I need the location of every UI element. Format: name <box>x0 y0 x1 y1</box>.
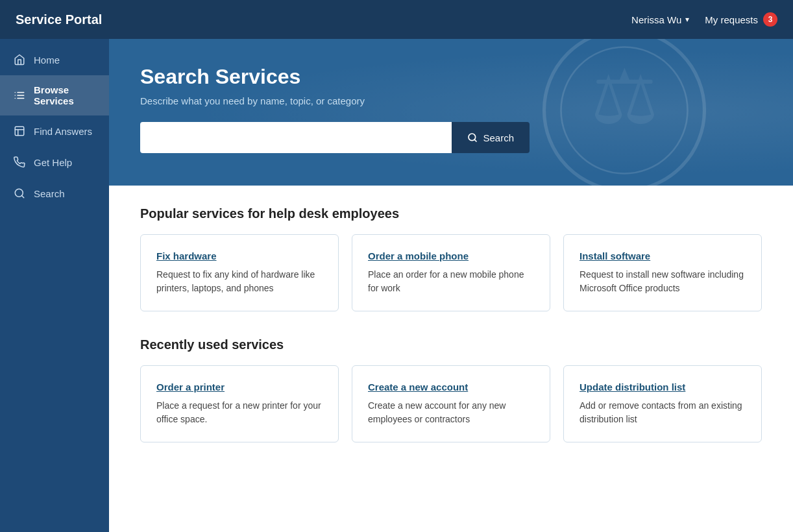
recent-card-1[interactable]: Create a new account Create a new accoun… <box>352 365 550 442</box>
popular-cards-row: Fix hardware Request to fix any kind of … <box>140 234 762 311</box>
sidebar-item-label: Home <box>34 54 60 66</box>
search-input[interactable] <box>140 122 452 153</box>
sidebar-item-search[interactable]: Search <box>0 178 109 209</box>
search-row: Search <box>140 122 530 153</box>
sidebar-item-label: Browse Services <box>34 84 96 106</box>
popular-card-1-desc: Place an order for a new mobile phone fo… <box>368 268 534 295</box>
popular-section-title: Popular services for help desk employees <box>140 206 762 221</box>
svg-rect-6 <box>15 127 24 136</box>
user-name: Nerissa Wu <box>631 14 681 25</box>
topnav-right: Nerissa Wu ▾ My requests 3 <box>631 12 777 27</box>
recent-card-0-desc: Place a request for a new printer for yo… <box>156 399 323 426</box>
sidebar-item-get-help[interactable]: Get Help <box>0 147 109 178</box>
sidebar-item-label: Search <box>34 188 65 199</box>
recent-section-title: Recently used services <box>140 337 762 352</box>
recent-card-1-desc: Create a new account for any new employe… <box>368 399 534 426</box>
popular-card-2[interactable]: Install software Request to install new … <box>563 234 762 311</box>
svg-line-10 <box>21 195 23 197</box>
hero-section: ⚖ Search Services Describe what you need… <box>109 39 793 186</box>
recent-card-2[interactable]: Update distribution list Add or remove c… <box>563 365 762 442</box>
phone-icon <box>13 156 26 169</box>
popular-card-1[interactable]: Order a mobile phone Place an order for … <box>352 234 550 311</box>
main-layout: Home Browse Services Find Answers <box>0 39 793 532</box>
popular-card-0-title[interactable]: Fix hardware <box>156 250 323 261</box>
popular-card-2-title[interactable]: Install software <box>580 250 746 261</box>
recent-card-2-title[interactable]: Update distribution list <box>580 381 746 393</box>
sidebar-item-find-answers[interactable]: Find Answers <box>0 115 109 147</box>
svg-text:⚖: ⚖ <box>591 54 659 139</box>
popular-card-0-desc: Request to fix any kind of hardware like… <box>156 268 323 295</box>
search-btn-icon <box>467 132 478 143</box>
popular-card-0[interactable]: Fix hardware Request to fix any kind of … <box>140 234 339 311</box>
list-icon <box>13 89 26 102</box>
chevron-down-icon: ▾ <box>685 15 689 24</box>
user-menu[interactable]: Nerissa Wu ▾ <box>631 14 689 25</box>
svg-line-15 <box>475 139 477 141</box>
popular-card-1-title[interactable]: Order a mobile phone <box>368 250 534 261</box>
requests-badge: 3 <box>763 12 777 27</box>
content-area: ⚖ Search Services Describe what you need… <box>109 39 793 532</box>
recent-card-2-desc: Add or remove contacts from an existing … <box>580 399 746 426</box>
recent-cards-row: Order a printer Place a request for a ne… <box>140 365 762 442</box>
hero-watermark: ⚖ <box>507 39 741 186</box>
sidebar-item-browse-services[interactable]: Browse Services <box>0 75 109 115</box>
main-sections: Popular services for help desk employees… <box>109 186 793 532</box>
book-icon <box>13 125 26 138</box>
recent-card-0-title[interactable]: Order a printer <box>156 381 323 393</box>
sidebar-item-home[interactable]: Home <box>0 44 109 75</box>
sidebar-item-label: Find Answers <box>34 126 92 137</box>
recent-card-1-title[interactable]: Create a new account <box>368 381 534 393</box>
home-icon <box>13 53 26 66</box>
popular-card-2-desc: Request to install new software includin… <box>580 268 746 295</box>
my-requests-button[interactable]: My requests 3 <box>705 12 777 27</box>
top-navigation: Service Portal Nerissa Wu ▾ My requests … <box>0 0 793 39</box>
sidebar: Home Browse Services Find Answers <box>0 39 109 532</box>
search-icon <box>13 187 26 200</box>
app-title: Service Portal <box>16 12 631 27</box>
sidebar-item-label: Get Help <box>34 157 72 168</box>
recent-card-0[interactable]: Order a printer Place a request for a ne… <box>140 365 339 442</box>
